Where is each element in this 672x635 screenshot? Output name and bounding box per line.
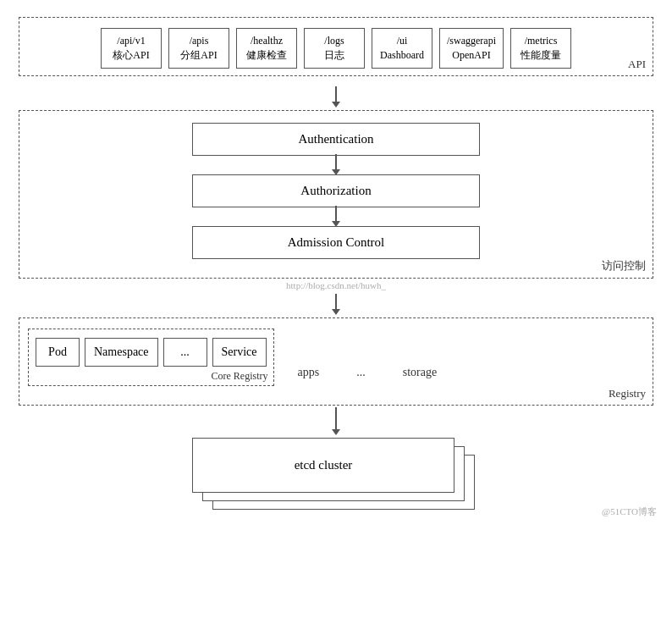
- reg-extra-1: ...: [343, 359, 379, 386]
- arrow1-down: [332, 86, 340, 108]
- reg-extra-0: apps: [284, 359, 333, 386]
- api-box-line2-3: 日志: [324, 49, 344, 61]
- etcd-card-front: etcd cluster: [192, 438, 454, 493]
- registry-section-label: Registry: [609, 387, 646, 400]
- api-box-2: /healthz健康检查: [236, 28, 297, 69]
- api-box-4: /uiDashboard: [372, 28, 432, 69]
- arrow1-head: [332, 102, 340, 108]
- inner-arrow1-line: [335, 154, 337, 169]
- reg-extra-2: storage: [389, 359, 450, 386]
- api-box-line2-4: Dashboard: [380, 49, 424, 61]
- core-reg-box-1: Namespace: [85, 338, 158, 367]
- inner-arrow2-line: [335, 206, 337, 221]
- registry-inner: PodNamespace...ServiceCore Registry apps…: [28, 329, 644, 386]
- api-box-0: /api/v1核心API: [101, 28, 162, 69]
- core-reg-box-2: ...: [163, 338, 207, 367]
- arrow2-line: [335, 294, 337, 309]
- diagram-container: /api/v1核心API/apis分组API/healthz健康检查/logs日…: [0, 0, 672, 527]
- arrow2-down: [332, 294, 340, 315]
- api-box-line1-5: /swaggerapi: [447, 35, 496, 47]
- arrow1-line: [335, 86, 337, 102]
- arrow3-line: [335, 407, 337, 429]
- core-reg-box-3: Service: [212, 338, 267, 367]
- core-registry: PodNamespace...ServiceCore Registry: [28, 329, 274, 386]
- inner-arrow1: [332, 154, 340, 175]
- api-box-line2-5: OpenAPI: [452, 49, 490, 61]
- core-registry-label: Core Registry: [212, 370, 268, 383]
- core-reg-box-0: Pod: [36, 338, 80, 367]
- registry-section: PodNamespace...ServiceCore Registry apps…: [19, 318, 653, 406]
- arrow2-container: [17, 292, 655, 318]
- api-box-1: /apis分组API: [168, 28, 229, 69]
- api-box-line2-0: 核心API: [113, 49, 149, 61]
- api-box-line2-1: 分组API: [180, 49, 217, 61]
- api-section: /api/v1核心API/apis分组API/healthz健康检查/logs日…: [19, 17, 653, 76]
- arrow3-down: [332, 407, 340, 435]
- authentication-box: Authentication: [192, 123, 480, 156]
- api-box-line2-6: 性能度量: [521, 49, 561, 61]
- api-box-line1-2: /healthz: [251, 35, 283, 47]
- api-box-line1-1: /apis: [190, 35, 209, 47]
- arrow1-container: [17, 85, 655, 110]
- access-boxes: Authentication Authorization Admission C…: [28, 123, 644, 259]
- authorization-box: Authorization: [192, 174, 480, 207]
- etcd-section: etcd cluster: [19, 438, 653, 518]
- api-box-3: /logs日志: [304, 28, 365, 69]
- access-section: Authentication Authorization Admission C…: [19, 110, 653, 279]
- etcd-stack: etcd cluster: [192, 438, 480, 518]
- api-section-label: API: [628, 58, 646, 71]
- api-box-line2-2: 健康检查: [246, 49, 287, 61]
- inner-arrow2: [332, 206, 340, 227]
- api-box-6: /metrics性能度量: [510, 28, 571, 69]
- arrow2-head: [332, 309, 340, 315]
- etcd-label: etcd cluster: [295, 458, 353, 472]
- api-boxes: /api/v1核心API/apis分组API/healthz健康检查/logs日…: [28, 28, 644, 69]
- arrow3-head: [332, 429, 340, 435]
- access-section-label: 访问控制: [602, 258, 646, 273]
- admission-control-box: Admission Control: [192, 226, 480, 259]
- api-box-5: /swaggerapiOpenAPI: [439, 28, 504, 69]
- bottom-watermark: @51CTO博客: [602, 505, 657, 518]
- api-box-line1-6: /metrics: [525, 35, 558, 47]
- api-box-line1-4: /ui: [397, 35, 408, 47]
- api-box-line1-3: /logs: [324, 35, 344, 47]
- inner-arrow1-container: [332, 156, 340, 174]
- inner-arrow2-container: [332, 207, 340, 226]
- api-box-line1-0: /api/v1: [117, 35, 145, 47]
- arrow3-container: [17, 406, 655, 438]
- watermark-text: http://blog.csdn.net/huwh_: [17, 280, 655, 290]
